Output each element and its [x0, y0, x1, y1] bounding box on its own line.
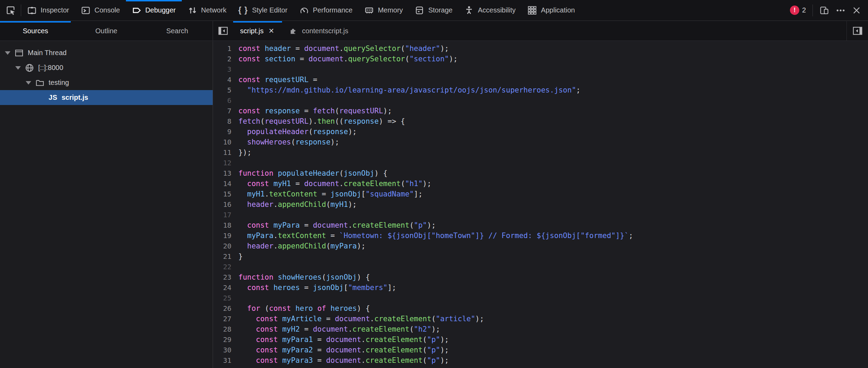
line-number[interactable]: 9 — [213, 126, 231, 137]
close-tab-icon[interactable]: ✕ — [268, 27, 275, 35]
code-text[interactable]: fetch(requestURL).then((response) => { — [231, 116, 405, 126]
code-text[interactable]: function showHeroes(jsonObj) { — [231, 272, 370, 282]
code-text[interactable]: } — [231, 251, 243, 262]
line-number[interactable]: 14 — [213, 178, 231, 189]
line-number[interactable]: 10 — [213, 137, 231, 147]
source-tab-contentscript-js[interactable]: contentscript.js — [282, 21, 355, 41]
code-text[interactable] — [231, 210, 238, 220]
tab-inspector[interactable]: Inspector — [21, 0, 75, 20]
code-text[interactable] — [231, 262, 238, 272]
tab-storage[interactable]: Storage — [409, 0, 458, 20]
line-number[interactable]: 5 — [213, 85, 231, 95]
line-number[interactable]: 3 — [213, 64, 231, 75]
line-number[interactable]: 30 — [213, 345, 231, 355]
code-text[interactable]: header.appendChild(myH1); — [231, 199, 357, 210]
code-text[interactable]: populateHeader(response); — [231, 126, 357, 137]
line-number[interactable]: 15 — [213, 189, 231, 199]
code-line: 24 const heroes = jsonObj["members"]; — [213, 282, 868, 293]
code-text[interactable] — [231, 95, 238, 106]
code-text[interactable]: const requestURL = — [231, 75, 317, 85]
code-text[interactable]: "https://mdn.github.io/learning-area/jav… — [231, 85, 580, 95]
tab-debugger[interactable]: Debugger — [126, 0, 182, 20]
code-text[interactable]: showHeroes(response); — [231, 137, 339, 147]
tree-item--8000[interactable]: [::]:8000 — [0, 60, 213, 75]
line-number[interactable]: 13 — [213, 168, 231, 178]
sidebar-tab-search[interactable]: Search — [142, 21, 213, 41]
line-number[interactable]: 28 — [213, 324, 231, 334]
code-text[interactable]: }); — [231, 147, 252, 158]
line-number[interactable]: 1 — [213, 43, 231, 54]
line-number[interactable]: 18 — [213, 220, 231, 230]
code-line: 17 — [213, 210, 868, 220]
code-text[interactable]: const myPara1 = document.createElement("… — [231, 334, 449, 345]
code-text[interactable]: const myH1 = document.createElement("h1"… — [231, 178, 431, 189]
sidebar-tab-outline[interactable]: Outline — [71, 21, 142, 41]
expand-arrow-icon[interactable] — [26, 81, 31, 85]
code-text[interactable] — [231, 158, 238, 168]
tab-network[interactable]: Network — [182, 0, 232, 20]
code-text[interactable]: const myPara2 = document.createElement("… — [231, 345, 449, 355]
code-text[interactable]: const header = document.querySelector("h… — [231, 43, 449, 54]
pick-element-icon[interactable] — [6, 5, 16, 16]
line-number[interactable]: 2 — [213, 54, 231, 64]
code-text[interactable]: const myArticle = document.createElement… — [231, 314, 484, 324]
code-line: 22 — [213, 262, 868, 272]
code-text[interactable]: const myH2 = document.createElement("h2"… — [231, 324, 440, 334]
line-number[interactable]: 25 — [213, 293, 231, 303]
code-text[interactable]: function populateHeader(jsonObj) { — [231, 168, 388, 178]
line-number[interactable]: 16 — [213, 199, 231, 210]
source-tab-script-js[interactable]: script.js✕ — [233, 21, 282, 41]
line-number[interactable]: 24 — [213, 282, 231, 293]
tree-item-main-thread[interactable]: Main Thread — [0, 45, 213, 60]
expand-right-pane-icon[interactable] — [846, 21, 868, 41]
code-line: 28 const myH2 = document.createElement("… — [213, 324, 868, 334]
line-number[interactable]: 26 — [213, 303, 231, 314]
expand-arrow-icon[interactable] — [15, 66, 21, 70]
line-number[interactable]: 27 — [213, 314, 231, 324]
code-text[interactable]: for (const hero of heroes) { — [231, 303, 370, 314]
line-number[interactable]: 8 — [213, 116, 231, 126]
code-text[interactable] — [231, 293, 238, 303]
tree-item-script-js[interactable]: JSscript.js — [0, 90, 213, 105]
code-text[interactable]: myH1.textContent = jsonObj["squadName"]; — [231, 189, 423, 199]
tab-console[interactable]: Console — [75, 0, 126, 20]
line-number[interactable]: 20 — [213, 241, 231, 251]
line-number[interactable]: 12 — [213, 158, 231, 168]
code-editor[interactable]: 1const header = document.querySelector("… — [213, 41, 868, 368]
tab-style-editor[interactable]: { }Style Editor — [232, 0, 293, 20]
code-text[interactable]: header.appendChild(myPara); — [231, 241, 366, 251]
close-devtools-icon[interactable] — [852, 6, 861, 15]
code-text[interactable]: const response = fetch(requestURL); — [231, 106, 392, 116]
code-text[interactable]: const myPara3 = document.createElement("… — [231, 355, 449, 366]
code-text[interactable]: myPara.textContent = `Hometown: ${jsonOb… — [231, 230, 633, 241]
code-line: 18 const myPara = document.createElement… — [213, 220, 868, 230]
tab-memory[interactable]: Memory — [358, 0, 409, 20]
line-number[interactable]: 4 — [213, 75, 231, 85]
sidebar-tab-sources[interactable]: Sources — [0, 21, 71, 41]
code-text[interactable] — [231, 64, 238, 75]
responsive-design-mode-icon[interactable] — [819, 6, 829, 15]
error-count-badge[interactable]: ! 2 — [790, 6, 806, 15]
tab-application[interactable]: Application — [521, 0, 581, 20]
line-number[interactable]: 23 — [213, 272, 231, 282]
line-number[interactable]: 21 — [213, 251, 231, 262]
line-number[interactable]: 31 — [213, 355, 231, 366]
line-number[interactable]: 7 — [213, 106, 231, 116]
error-icon: ! — [790, 6, 799, 15]
line-number[interactable]: 11 — [213, 147, 231, 158]
tree-item-testing[interactable]: testing — [0, 75, 213, 90]
code-text[interactable]: const myPara = document.createElement("p… — [231, 220, 436, 230]
more-options-icon[interactable] — [836, 6, 845, 15]
expand-arrow-icon[interactable] — [5, 51, 10, 55]
line-number[interactable]: 19 — [213, 230, 231, 241]
collapse-sources-pane-icon[interactable] — [213, 21, 233, 41]
line-number[interactable]: 29 — [213, 334, 231, 345]
line-number[interactable]: 17 — [213, 210, 231, 220]
code-text[interactable]: const section = document.querySelector("… — [231, 54, 458, 64]
tree-item-label: testing — [49, 79, 69, 87]
tab-accessibility[interactable]: Accessibility — [458, 0, 521, 20]
line-number[interactable]: 6 — [213, 95, 231, 106]
tab-performance[interactable]: Performance — [293, 0, 359, 20]
line-number[interactable]: 22 — [213, 262, 231, 272]
code-text[interactable]: const heroes = jsonObj["members"]; — [231, 282, 396, 293]
